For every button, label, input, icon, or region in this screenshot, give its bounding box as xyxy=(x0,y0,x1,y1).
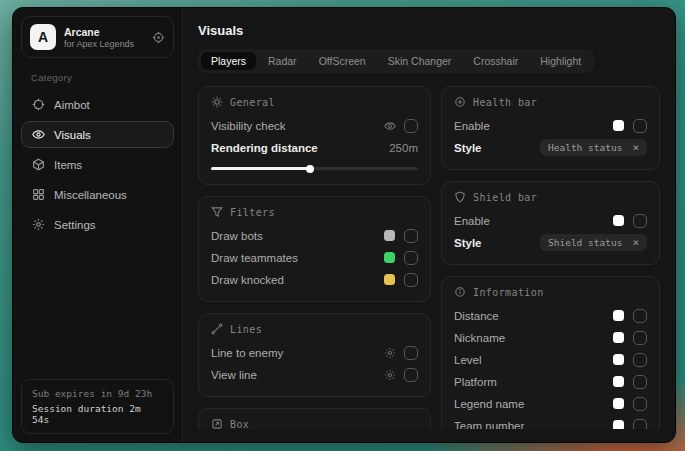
shield-enable-checkbox[interactable] xyxy=(633,214,647,228)
panel-title: Lines xyxy=(230,324,262,335)
level-checkbox[interactable] xyxy=(633,353,647,367)
legend-name-checkbox[interactable] xyxy=(633,397,647,411)
grid-icon xyxy=(32,188,45,201)
view-line-checkbox[interactable] xyxy=(404,368,418,382)
setting-row-distance: Distance xyxy=(454,305,647,326)
color-swatch[interactable] xyxy=(613,310,624,321)
draw-knocked-checkbox[interactable] xyxy=(404,273,418,287)
sidebar: A Arcane for Apex Legends Category Aimbo… xyxy=(13,8,182,442)
select-value: Shield status xyxy=(548,237,622,248)
sidebar-item-aimbot[interactable]: Aimbot xyxy=(21,91,174,118)
color-swatch[interactable] xyxy=(613,354,624,365)
color-swatch[interactable] xyxy=(613,332,624,343)
gear-icon[interactable] xyxy=(384,347,396,359)
sidebar-nav: Aimbot Visuals Items xyxy=(21,91,174,238)
platform-checkbox[interactable] xyxy=(633,375,647,389)
panel-title: Box xyxy=(230,419,249,430)
setting-label: Style xyxy=(454,142,540,154)
sidebar-item-label: Miscellaneous xyxy=(54,189,127,201)
setting-label: Draw knocked xyxy=(211,274,384,286)
session-duration-text: Session duration 2m 54s xyxy=(32,403,163,425)
panel-general: General Visibility check Rendering dista… xyxy=(198,86,431,185)
profile-card: A Arcane for Apex Legends xyxy=(21,16,174,58)
gear-icon[interactable] xyxy=(384,369,396,381)
panel-title: General xyxy=(230,97,275,108)
rendering-distance-value: 250m xyxy=(389,142,418,154)
setting-row-shield-enable: Enable xyxy=(454,210,647,231)
tab-radar[interactable]: Radar xyxy=(258,52,307,70)
color-swatch[interactable] xyxy=(384,230,395,241)
panel-information: Information Distance Nickname Level xyxy=(441,276,660,429)
setting-row-platform: Platform xyxy=(454,371,647,392)
setting-label: Level xyxy=(454,354,613,366)
eye-icon xyxy=(32,128,45,141)
color-swatch[interactable] xyxy=(613,420,624,429)
draw-bots-checkbox[interactable] xyxy=(404,229,418,243)
setting-label: Visibility check xyxy=(211,120,384,132)
slider-thumb[interactable] xyxy=(306,165,314,173)
tab-players[interactable]: Players xyxy=(201,52,256,70)
setting-label: Line to enemy xyxy=(211,347,384,359)
tab-highlight[interactable]: Highlight xyxy=(530,52,591,70)
color-swatch[interactable] xyxy=(613,215,624,226)
tab-strip: Players Radar OffScreen Skin Changer Cro… xyxy=(198,49,594,73)
setting-label: Team number xyxy=(454,420,613,430)
panel-lines: Lines Line to enemy View line xyxy=(198,313,431,397)
sidebar-item-settings[interactable]: Settings xyxy=(21,211,174,238)
line-to-enemy-checkbox[interactable] xyxy=(404,346,418,360)
info-icon xyxy=(454,286,466,298)
panel-box: Box Enable Enable background xyxy=(198,408,431,429)
color-swatch[interactable] xyxy=(384,252,395,263)
clear-icon[interactable]: × xyxy=(632,142,639,153)
shield-icon xyxy=(454,191,466,203)
sidebar-item-label: Aimbot xyxy=(54,99,90,111)
draw-teammates-checkbox[interactable] xyxy=(404,251,418,265)
select-value: Health status xyxy=(548,142,622,153)
app-logo: A xyxy=(30,24,56,50)
setting-label: Platform xyxy=(454,376,613,388)
setting-row-nickname: Nickname xyxy=(454,327,647,348)
health-icon xyxy=(454,96,466,108)
setting-label: Rendering distance xyxy=(211,142,389,154)
rendering-distance-slider[interactable] xyxy=(211,167,418,170)
sidebar-item-label: Items xyxy=(54,159,82,171)
app-subtitle: for Apex Legends xyxy=(64,39,134,49)
gear-icon xyxy=(32,218,45,231)
color-swatch[interactable] xyxy=(613,120,624,131)
color-swatch[interactable] xyxy=(613,376,624,387)
setting-row-visibility-check: Visibility check xyxy=(211,115,418,136)
sidebar-item-items[interactable]: Items xyxy=(21,151,174,178)
team-number-checkbox[interactable] xyxy=(633,419,647,430)
sidebar-item-visuals[interactable]: Visuals xyxy=(21,121,174,148)
panel-shield-bar: Shield bar Enable Style Shield status × xyxy=(441,181,660,265)
eye-icon[interactable] xyxy=(384,120,396,132)
tab-crosshair[interactable]: Crosshair xyxy=(463,52,528,70)
panel-title: Filters xyxy=(230,207,275,218)
health-style-select[interactable]: Health status × xyxy=(540,139,647,156)
setting-row-draw-teammates: Draw teammates xyxy=(211,247,418,268)
setting-row-view-line: View line xyxy=(211,364,418,385)
color-swatch[interactable] xyxy=(384,274,395,285)
visibility-check-checkbox[interactable] xyxy=(404,119,418,133)
setting-label: Enable xyxy=(454,120,613,132)
setting-row-line-to-enemy: Line to enemy xyxy=(211,342,418,363)
distance-checkbox[interactable] xyxy=(633,309,647,323)
clear-icon[interactable]: × xyxy=(632,237,639,248)
sun-icon xyxy=(211,96,223,108)
color-swatch[interactable] xyxy=(613,398,624,409)
tab-offscreen[interactable]: OffScreen xyxy=(309,52,376,70)
sub-expires-text: Sub expires in 9d 23h xyxy=(32,388,163,399)
health-enable-checkbox[interactable] xyxy=(633,119,647,133)
sidebar-item-label: Visuals xyxy=(54,129,91,141)
line-icon xyxy=(211,323,223,335)
sidebar-item-miscellaneous[interactable]: Miscellaneous xyxy=(21,181,174,208)
nickname-checkbox[interactable] xyxy=(633,331,647,345)
tab-skin-changer[interactable]: Skin Changer xyxy=(378,52,462,70)
page-title: Visuals xyxy=(198,23,660,38)
sidebar-item-label: Settings xyxy=(54,219,96,231)
shield-style-select[interactable]: Shield status × xyxy=(540,234,647,251)
target-icon[interactable] xyxy=(152,31,165,44)
panel-title: Health bar xyxy=(473,97,537,108)
setting-label: Nickname xyxy=(454,332,613,344)
setting-row-health-enable: Enable xyxy=(454,115,647,136)
